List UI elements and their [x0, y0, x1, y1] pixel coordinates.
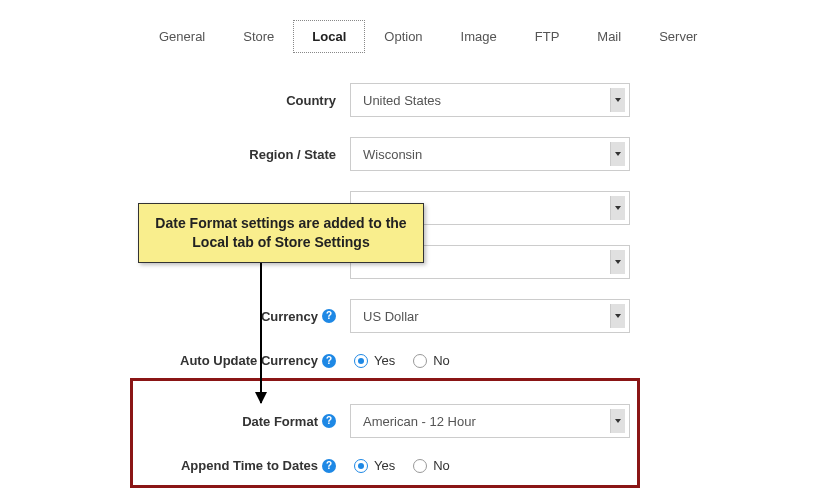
- tab-server[interactable]: Server: [640, 20, 716, 53]
- settings-tabs: General Store Local Option Image FTP Mai…: [0, 0, 820, 53]
- radio-label-yes: Yes: [374, 353, 395, 368]
- radio-label-yes: Yes: [374, 458, 395, 473]
- tab-option[interactable]: Option: [365, 20, 441, 53]
- row-date-format: Date Format ? American - 12 Hour: [0, 394, 820, 448]
- radio-label-no: No: [433, 353, 450, 368]
- help-icon[interactable]: ?: [322, 309, 336, 323]
- annotation-arrow: [260, 255, 262, 403]
- local-settings-form: Country United States Region / State Wis…: [0, 53, 820, 483]
- radio-icon: [413, 459, 427, 473]
- row-append-time: Append Time to Dates ? Yes No: [0, 448, 820, 483]
- chevron-down-icon: [615, 98, 621, 102]
- chevron-down-icon: [615, 260, 621, 264]
- label-append-time: Append Time to Dates: [181, 458, 318, 473]
- select-country[interactable]: United States: [350, 83, 630, 117]
- select-region-value: Wisconsin: [363, 147, 422, 162]
- label-currency: Currency: [261, 309, 318, 324]
- tab-general[interactable]: General: [140, 20, 224, 53]
- row-currency: Currency ? US Dollar: [0, 289, 820, 343]
- help-icon[interactable]: ?: [322, 414, 336, 428]
- help-icon[interactable]: ?: [322, 459, 336, 473]
- radio-auto-update-yes[interactable]: Yes: [354, 353, 395, 368]
- select-date-format[interactable]: American - 12 Hour: [350, 404, 630, 438]
- chevron-down-icon: [615, 314, 621, 318]
- label-country: Country: [0, 93, 350, 108]
- select-country-value: United States: [363, 93, 441, 108]
- radio-icon: [354, 354, 368, 368]
- radio-append-time-yes[interactable]: Yes: [354, 458, 395, 473]
- help-icon[interactable]: ?: [322, 354, 336, 368]
- chevron-down-icon: [615, 419, 621, 423]
- tab-local[interactable]: Local: [293, 20, 365, 53]
- row-auto-update-currency: Auto Update Currency ? Yes No: [0, 343, 820, 378]
- radio-group-append-time: Yes No: [350, 458, 630, 473]
- radio-icon: [354, 459, 368, 473]
- row-country: Country United States: [0, 73, 820, 127]
- tab-image[interactable]: Image: [442, 20, 516, 53]
- radio-append-time-no[interactable]: No: [413, 458, 450, 473]
- label-region: Region / State: [0, 147, 350, 162]
- annotation-callout: Date Format settings are added to the Lo…: [138, 203, 424, 263]
- label-date-format: Date Format: [242, 414, 318, 429]
- radio-auto-update-no[interactable]: No: [413, 353, 450, 368]
- tab-ftp[interactable]: FTP: [516, 20, 579, 53]
- select-currency[interactable]: US Dollar: [350, 299, 630, 333]
- select-region[interactable]: Wisconsin: [350, 137, 630, 171]
- chevron-down-icon: [615, 152, 621, 156]
- label-auto-update-currency: Auto Update Currency: [180, 353, 318, 368]
- radio-label-no: No: [433, 458, 450, 473]
- tab-store[interactable]: Store: [224, 20, 293, 53]
- radio-icon: [413, 354, 427, 368]
- radio-group-auto-update: Yes No: [350, 353, 630, 368]
- select-date-format-value: American - 12 Hour: [363, 414, 476, 429]
- row-region: Region / State Wisconsin: [0, 127, 820, 181]
- chevron-down-icon: [615, 206, 621, 210]
- select-currency-value: US Dollar: [363, 309, 419, 324]
- tab-mail[interactable]: Mail: [578, 20, 640, 53]
